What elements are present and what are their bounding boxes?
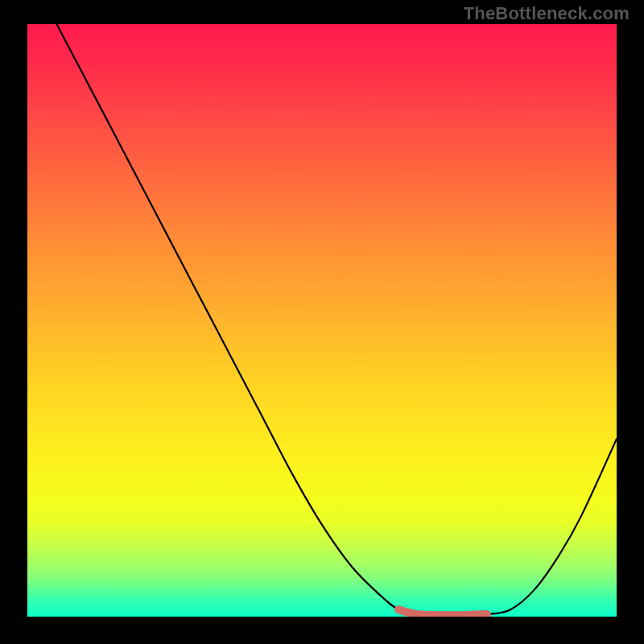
watermark-text: TheBottleneck.com <box>464 3 630 24</box>
minimum-highlight <box>398 609 487 615</box>
chart-plot-area <box>27 24 617 617</box>
bottleneck-curve <box>27 24 617 615</box>
chart-svg <box>27 24 617 617</box>
